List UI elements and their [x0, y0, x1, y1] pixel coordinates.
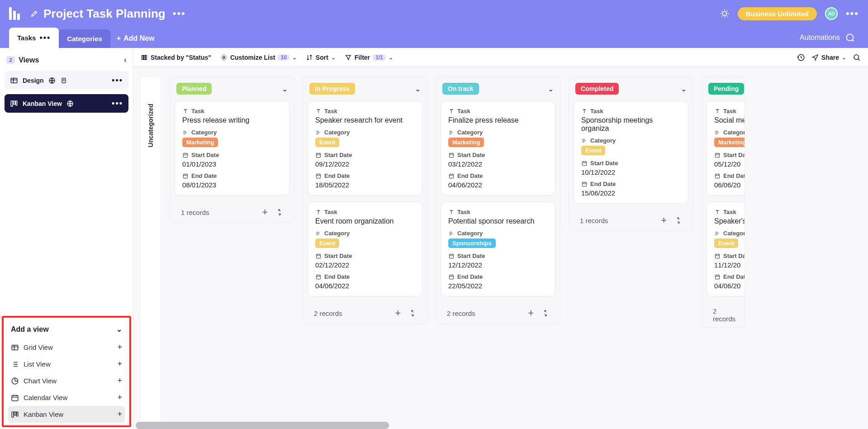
card-title: Speaker research for event: [315, 116, 415, 124]
status-pill: Pending: [708, 83, 744, 95]
view-item-kanban[interactable]: Kanban View •••: [5, 94, 128, 113]
task-card[interactable]: TaskSponsorship meetings organizaCategor…: [574, 101, 688, 204]
column-header[interactable]: On track⌄: [441, 83, 555, 95]
collapse-sidebar-button[interactable]: ‹: [124, 55, 127, 65]
start-date: 11/12/20: [714, 261, 745, 269]
task-card[interactable]: TaskEvent room organizationCategoryEvent…: [308, 202, 422, 296]
theme-icon[interactable]: [720, 9, 730, 19]
field-label: Start Date: [714, 152, 745, 158]
chart-icon: [11, 377, 19, 385]
horizontal-scrollbar[interactable]: [136, 422, 389, 429]
calendar-icon: [11, 394, 19, 402]
calendar-icon: [714, 274, 721, 280]
chevron-down-icon: ⌄: [842, 54, 846, 61]
field-label: Task: [714, 108, 745, 114]
task-card[interactable]: TaskPress release writingCategoryMarketi…: [175, 101, 289, 195]
status-pill: Completed: [575, 83, 619, 95]
add-view-calendar[interactable]: Calendar View +: [8, 389, 125, 406]
task-card[interactable]: TaskSpeaker research for eventCategoryEv…: [308, 101, 422, 195]
start-date: 05/12/20: [714, 160, 745, 168]
collapse-icon[interactable]: [675, 217, 682, 224]
task-card[interactable]: TaskSpeaker'sCategoryEventStart Date11/1…: [707, 202, 745, 296]
text-icon: [315, 209, 322, 215]
field-label: Task: [714, 209, 745, 215]
share-button[interactable]: Share ⌄: [811, 54, 846, 61]
add-card-button[interactable]: +: [661, 214, 667, 226]
search-icon[interactable]: [853, 53, 861, 62]
customize-list-button[interactable]: Customize List 10 ⌄: [220, 54, 297, 61]
plan-badge[interactable]: Business Unlimited: [738, 7, 817, 20]
gear-icon: [220, 54, 228, 61]
add-view-kanban[interactable]: Kanban View +: [8, 406, 125, 423]
add-card-button[interactable]: +: [262, 206, 268, 218]
card-title: Event room organization: [315, 217, 415, 225]
add-view-grid[interactable]: Grid View +: [8, 339, 125, 356]
collapse-icon[interactable]: [409, 310, 416, 317]
plus-icon: +: [117, 393, 122, 402]
column-header[interactable]: Planned⌄: [175, 83, 289, 95]
field-label: Category: [182, 129, 282, 136]
title-options-button[interactable]: •••: [173, 8, 186, 19]
svg-rect-15: [144, 55, 145, 59]
collapse-icon[interactable]: [276, 209, 283, 216]
task-card[interactable]: TaskPotential sponsor researchCategorySp…: [441, 202, 555, 296]
end-date: 22/05/2022: [448, 282, 548, 290]
svg-rect-10: [12, 395, 18, 400]
column-header[interactable]: Pending: [707, 83, 740, 95]
calendar-icon: [182, 152, 189, 158]
document-icon: [60, 77, 67, 84]
add-view-list[interactable]: List View +: [8, 356, 125, 372]
column-header[interactable]: Completed⌄: [574, 83, 688, 95]
field-label: Category: [714, 230, 745, 237]
add-new-tab-button[interactable]: + Add New: [110, 29, 161, 48]
text-icon: [315, 108, 322, 114]
svg-rect-26: [449, 174, 453, 178]
field-label: Start Date: [581, 160, 681, 167]
automations-link[interactable]: Automations: [795, 27, 859, 48]
column-header[interactable]: In Progress⌄: [308, 83, 422, 95]
uncategorized-label: Uncategorized: [147, 104, 154, 147]
calendar-icon: [714, 253, 721, 259]
add-card-button[interactable]: +: [395, 307, 401, 319]
tab-tasks[interactable]: Tasks •••: [9, 28, 59, 48]
chat-icon[interactable]: [844, 33, 854, 43]
add-new-label: Add New: [123, 34, 154, 43]
kanban-column: Completed⌄TaskSponsorship meetings organ…: [569, 76, 693, 427]
history-icon[interactable]: [797, 53, 805, 62]
view-options-button[interactable]: •••: [112, 99, 123, 108]
add-view-header[interactable]: Add a view ⌄: [8, 323, 125, 339]
tab-categories[interactable]: Categories: [59, 29, 110, 48]
view-item-design[interactable]: Design •••: [5, 71, 128, 90]
header-more-button[interactable]: •••: [846, 8, 859, 19]
kanban-board[interactable]: UncategorizedPlanned⌄TaskPress release w…: [133, 67, 868, 429]
add-card-button[interactable]: +: [528, 307, 534, 319]
filter-button[interactable]: Filter 1/1 ⌄: [345, 54, 393, 61]
sort-button[interactable]: Sort ⌄: [306, 54, 336, 61]
svg-rect-23: [316, 254, 320, 258]
task-card[interactable]: TaskFinalize press releaseCategoryMarket…: [441, 101, 555, 195]
option-label: Kanban View: [24, 410, 63, 418]
rocket-icon: [30, 9, 39, 18]
column-footer: 2 records+: [308, 303, 422, 319]
svg-rect-33: [715, 254, 719, 258]
collapse-icon[interactable]: [542, 310, 549, 317]
view-options-button[interactable]: •••: [112, 76, 123, 85]
app-logo[interactable]: [9, 7, 22, 20]
add-view-chart[interactable]: Chart View +: [8, 372, 125, 389]
uncategorized-column[interactable]: Uncategorized: [140, 76, 161, 427]
stacked-by-button[interactable]: Stacked by "Status": [141, 54, 211, 61]
tab-options-icon[interactable]: •••: [39, 33, 51, 43]
chevron-down-icon[interactable]: ⌄: [681, 85, 687, 93]
category-icon: [315, 230, 322, 237]
field-label: Task: [315, 209, 415, 215]
chevron-down-icon[interactable]: ⌄: [282, 85, 288, 93]
chevron-down-icon[interactable]: ⌄: [415, 85, 421, 93]
svg-rect-8: [12, 345, 18, 350]
status-pill: Planned: [176, 83, 212, 95]
end-date: 04/06/20: [714, 282, 745, 290]
chevron-down-icon[interactable]: ⌄: [548, 85, 554, 93]
option-label: List View: [24, 360, 51, 368]
task-card[interactable]: TaskSocial meCategoryMarketingStart Date…: [707, 101, 745, 195]
avatar[interactable]: AD: [825, 7, 838, 20]
plus-icon: +: [117, 376, 122, 386]
